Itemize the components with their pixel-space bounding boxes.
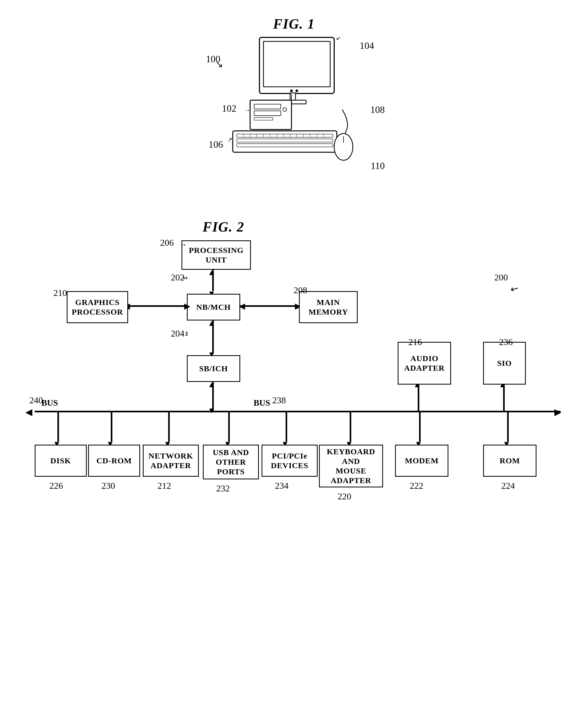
svg-rect-7	[254, 104, 281, 109]
ref-220: 220	[338, 491, 351, 502]
box-sio: SIO	[483, 342, 526, 385]
box-cd-rom: CD-ROM	[88, 445, 140, 477]
ref-202: 202	[171, 272, 185, 283]
ref-104: 104	[360, 40, 374, 51]
box-network-adapter: NETWORK ADAPTER	[143, 445, 199, 477]
bus-label-left: BUS	[41, 398, 58, 408]
ref-212: 212	[158, 481, 171, 491]
fig2-title: FIG. 2	[203, 219, 244, 235]
box-nb-mch: NB/MCH	[187, 294, 240, 321]
ref-204: 204	[171, 328, 185, 339]
arrow-bus-cdrom	[111, 412, 112, 442]
arrow-bus-kbd	[350, 412, 351, 442]
svg-rect-8	[254, 111, 281, 116]
computer-illustration: 100 ↘ 104 ↙ 102 → 106 ↗ 108 110	[201, 32, 387, 182]
ref-208: 208	[294, 285, 307, 296]
ref-110: 110	[371, 160, 385, 171]
box-processing-unit: PROCESSING UNIT	[182, 240, 251, 270]
svg-rect-9	[254, 118, 273, 120]
svg-point-4	[290, 89, 293, 92]
arrow-bus-disk	[57, 412, 59, 442]
arrow-nb-mem	[240, 305, 299, 307]
fig1-title: FIG. 1	[273, 16, 315, 32]
ref-236: 236	[499, 337, 513, 347]
ref-240: 240	[29, 395, 43, 405]
arrow-bus-rom	[507, 412, 509, 442]
box-audio-adapter: AUDIO ADAPTER	[398, 342, 451, 385]
arrow-bus-usb	[228, 412, 230, 442]
svg-rect-14	[237, 144, 333, 147]
ref-102: 102	[222, 103, 236, 114]
page-container: FIG. 1	[0, 0, 588, 712]
arrow-nb-gfx	[128, 305, 187, 307]
ref-106: 106	[209, 139, 223, 150]
box-rom: ROM	[483, 445, 537, 477]
bus-label-right: BUS	[254, 398, 270, 408]
ref-108: 108	[371, 104, 385, 115]
ref-222: 222	[410, 481, 423, 491]
ref-206: 206	[160, 238, 174, 248]
ref-216: 216	[408, 337, 422, 347]
svg-rect-12	[237, 134, 333, 137]
box-sb-ich: SB/ICH	[187, 355, 240, 382]
bus-line-main	[35, 411, 561, 412]
ref-234: 234	[275, 481, 289, 491]
ref-238: 238	[272, 395, 286, 405]
box-main-memory: MAIN MEMORY	[299, 291, 358, 323]
svg-rect-1	[264, 41, 330, 87]
box-graphics-processor: GRAPHICS PROCESSOR	[67, 291, 128, 323]
arrow-bus-modem	[419, 412, 421, 442]
ref-230: 230	[101, 481, 115, 491]
ref-226: 226	[49, 481, 63, 491]
box-modem: MODEM	[395, 445, 448, 477]
box-pci-devices: PCI/PCIe DEVICES	[261, 445, 318, 477]
ref-210: 210	[54, 288, 67, 298]
box-keyboard-adapter: KEYBOARD AND MOUSE ADAPTER	[319, 445, 383, 487]
arrow-bus-network	[168, 412, 170, 442]
box-disk: DISK	[35, 445, 87, 477]
svg-point-10	[283, 108, 287, 111]
ref-224: 224	[501, 481, 515, 491]
ref-232: 232	[216, 483, 230, 493]
arrow-bus-pci	[286, 412, 287, 442]
box-usb-ports: USB AND OTHER PORTS	[203, 445, 259, 480]
svg-point-5	[295, 89, 298, 92]
ref-200: 200	[494, 272, 508, 283]
svg-rect-13	[237, 139, 333, 142]
